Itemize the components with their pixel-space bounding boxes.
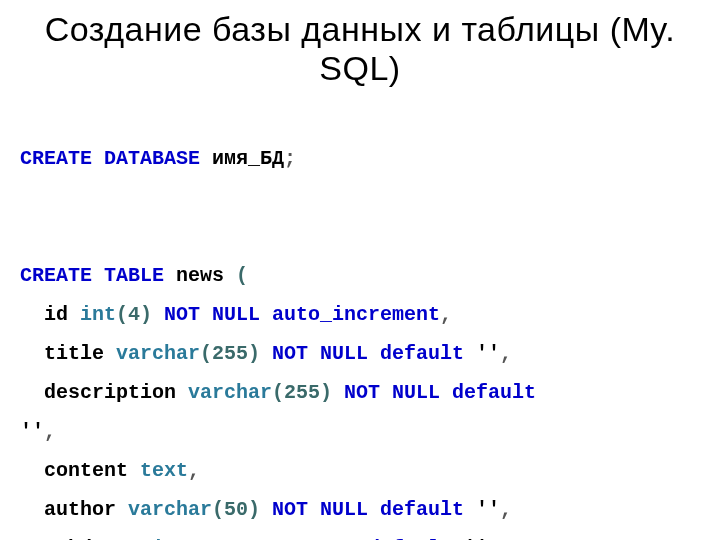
comma: , xyxy=(440,303,452,326)
type: text xyxy=(140,459,188,482)
keyword: CREATE TABLE xyxy=(20,264,164,287)
type: varchar xyxy=(128,498,212,521)
comma: , xyxy=(500,498,512,521)
column: content xyxy=(44,459,140,482)
comma: , xyxy=(188,459,200,482)
comma: , xyxy=(500,342,512,365)
keyword: CREATE DATABASE xyxy=(20,147,200,170)
sql-code-block: CREATE DATABASE имя_БД; CREATE TABLE new… xyxy=(0,88,720,540)
code-line: pubdate timestamp NOT NULL default '', xyxy=(20,529,500,540)
keyword: NOT NULL auto_increment xyxy=(152,303,440,326)
string: '' xyxy=(464,342,500,365)
paren: (4) xyxy=(116,303,152,326)
code-line: content text, xyxy=(20,451,200,490)
type: int xyxy=(80,303,116,326)
string: '' xyxy=(20,420,44,443)
column: author xyxy=(44,498,128,521)
comma: , xyxy=(44,420,56,443)
column: title xyxy=(44,342,116,365)
paren-open: ( xyxy=(236,264,248,287)
paren: (255) xyxy=(200,342,260,365)
code-line: id int(4) NOT NULL auto_increment, xyxy=(20,295,452,334)
keyword: NOT NULL default xyxy=(260,342,464,365)
column: description xyxy=(44,381,188,404)
type: varchar xyxy=(188,381,272,404)
string: '' xyxy=(464,498,500,521)
semicolon: ; xyxy=(284,147,296,170)
identifier: news xyxy=(164,264,236,287)
paren: (255) xyxy=(272,381,332,404)
identifier: имя_БД xyxy=(200,147,284,170)
code-line: author varchar(50) NOT NULL default '', xyxy=(20,490,512,529)
slide-title: Создание базы данных и таблицы (My. SQL) xyxy=(0,0,720,88)
code-line: title varchar(255) NOT NULL default '', xyxy=(20,334,512,373)
paren: (50) xyxy=(212,498,260,521)
keyword: NOT NULL default xyxy=(332,381,536,404)
keyword: NOT NULL default xyxy=(260,498,464,521)
type: varchar xyxy=(116,342,200,365)
column: id xyxy=(44,303,80,326)
slide: Создание базы данных и таблицы (My. SQL)… xyxy=(0,0,720,540)
code-line: description varchar(255) NOT NULL defaul… xyxy=(20,373,536,412)
